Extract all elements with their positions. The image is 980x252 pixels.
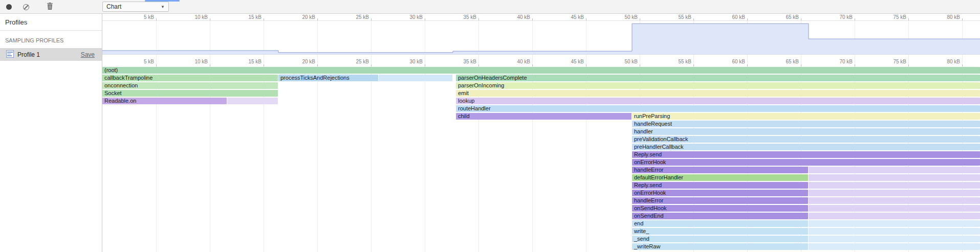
delete-profile-button[interactable] <box>43 1 56 13</box>
flame-bar-continuation[interactable] <box>809 228 980 235</box>
flame-bar-onerrorhook[interactable]: onErrorHook <box>632 190 808 196</box>
record-button[interactable] <box>2 1 15 13</box>
ruler-tick-label: 25 kB <box>339 59 369 64</box>
ruler-tick-mark <box>478 18 479 20</box>
ruler-tick-mark <box>210 18 210 20</box>
flame-bar-callbacktrampoline[interactable]: callbackTrampoline <box>102 75 278 81</box>
flame-bar-end[interactable]: end <box>632 220 808 227</box>
flame-bar-label: onconnection <box>104 82 138 88</box>
flame-bar-label: emit <box>458 90 469 96</box>
flame-bar-handleerror[interactable]: handleError <box>632 197 808 204</box>
flame-bar-continuation[interactable] <box>809 182 980 189</box>
flame-bar-handleerror[interactable]: handleError <box>632 167 808 173</box>
ruler-tick-label: 70 kB <box>823 14 853 20</box>
ruler-tick-label: 45 kB <box>554 59 584 64</box>
flame-bar-label: runPreParsing <box>634 113 670 119</box>
ruler-tick-label: 35 kB <box>447 14 476 20</box>
flame-bar-onsendhook[interactable]: onSendHook <box>632 205 808 212</box>
flame-bar-continuation[interactable] <box>809 167 980 173</box>
flame-bar-reply-send[interactable]: Reply.send <box>632 182 808 189</box>
flame-bar-defaulterrorhandler[interactable]: defaultErrorHandler <box>632 174 808 181</box>
ruler-tick-label: 15 kB <box>232 14 262 20</box>
profiles-panel-title: Profiles <box>0 14 102 31</box>
flame-bar-prevalidationcallback[interactable]: preValidationCallback <box>632 136 980 143</box>
trash-icon <box>47 3 53 11</box>
flame-bar-label: parserOnHeadersComplete <box>458 75 527 81</box>
flame-bar-continuation[interactable] <box>809 197 980 204</box>
ruler-tick-mark <box>801 18 801 20</box>
flame-bar-socket[interactable]: Socket <box>102 90 278 97</box>
flame-bar-continuation[interactable] <box>809 213 980 219</box>
flame-bar-label: callbackTrampoline <box>104 75 153 81</box>
flame-bar-onconnection[interactable]: onconnection <box>102 82 278 89</box>
flame-bar-label: onSendHook <box>634 205 667 211</box>
flame-bar-emit[interactable]: emit <box>456 90 980 97</box>
flame-bar-lookup[interactable]: lookup <box>456 98 980 104</box>
flame-bar-onerrorhook[interactable]: onErrorHook <box>632 159 980 166</box>
flame-bar-parseronheaderscomplete[interactable]: parserOnHeadersComplete <box>456 75 980 81</box>
flame-bar-continuation[interactable] <box>809 174 980 181</box>
flame-bar-reply-send[interactable]: Reply.send <box>632 151 980 158</box>
flame-bar-continuation[interactable] <box>809 190 980 196</box>
flame-bar-routehandler[interactable]: routeHandler <box>456 105 980 112</box>
flame-bar-write[interactable]: write_ <box>632 228 808 235</box>
flame-bar-onsendend[interactable]: onSendEnd <box>632 213 808 219</box>
flame-bar-continuation[interactable] <box>379 75 452 81</box>
flame-bar-writeraw[interactable]: _writeRaw <box>632 243 808 250</box>
flame-bar-continuation[interactable] <box>809 236 980 242</box>
flame-bar-continuation[interactable] <box>227 98 278 104</box>
ruler-tick-label: 10 kB <box>178 14 208 20</box>
flame-bar-label: defaultErrorHandler <box>634 174 683 180</box>
ruler-tick-label: 80 kB <box>930 59 960 64</box>
memory-overview[interactable] <box>102 21 980 54</box>
flame-bar-parseronincoming[interactable]: parserOnIncoming <box>456 82 980 89</box>
ruler-tick-mark <box>532 18 533 20</box>
ruler-tick-mark <box>156 18 157 20</box>
ruler-tick-label: 40 kB <box>500 14 530 20</box>
overview-ruler[interactable]: 5 kB10 kB15 kB20 kB25 kB30 kB35 kB40 kB4… <box>102 14 980 21</box>
flame-bar-handlerequest[interactable]: handleRequest <box>632 121 980 127</box>
flame-bar-label: handleError <box>634 167 663 173</box>
flame-bar-runpreparsing[interactable]: runPreParsing <box>632 113 980 120</box>
profile-item[interactable]: Profile 1 Save <box>0 48 102 61</box>
flame-bar-continuation[interactable] <box>809 205 980 212</box>
flame-bar-readable-on[interactable]: Readable.on <box>102 98 227 104</box>
flame-bar-label: handleRequest <box>634 121 672 127</box>
save-profile-link[interactable]: Save <box>81 51 95 58</box>
ruler-tick-mark <box>264 18 264 20</box>
ruler-tick-mark <box>962 18 963 20</box>
flame-bar-prehandlercallback[interactable]: preHandlerCallback <box>632 144 980 150</box>
profiler-toolbar: Chart ▼ <box>0 0 980 14</box>
flame-ruler[interactable]: 5 kB10 kB15 kB20 kB25 kB30 kB35 kB40 kB4… <box>102 54 980 66</box>
ruler-tick-label: 20 kB <box>286 59 315 64</box>
clear-button[interactable] <box>19 1 33 13</box>
ruler-tick-label: 70 kB <box>823 59 853 64</box>
ruler-tick-label: 60 kB <box>715 14 745 20</box>
ruler-tick-label: 55 kB <box>662 14 691 20</box>
ruler-tick-label: 15 kB <box>232 59 262 64</box>
memory-overview-chart[interactable] <box>102 21 980 54</box>
ruler-tick-label: 55 kB <box>662 59 691 64</box>
flame-bar-label: Readable.on <box>104 98 136 104</box>
flame-bar-label: end <box>634 220 643 226</box>
flame-bar-child[interactable]: child <box>456 113 631 120</box>
ruler-tick-mark <box>586 18 586 20</box>
flame-bar-label: Reply.send <box>634 151 662 157</box>
flame-bar-send[interactable]: _send <box>632 236 808 242</box>
ruler-tick-label: 35 kB <box>447 59 476 64</box>
flame-bar-continuation[interactable] <box>809 220 980 227</box>
ruler-tick-mark <box>747 18 748 20</box>
view-mode-select[interactable]: Chart ▼ <box>102 2 169 12</box>
flame-graph: (root)callbackTrampolineprocessTicksAndR… <box>102 66 980 252</box>
ruler-tick-label: 65 kB <box>769 14 799 20</box>
flame-bar-label: onErrorHook <box>634 159 666 165</box>
flame-bar-handler[interactable]: handler <box>632 128 980 135</box>
ruler-tick-mark <box>317 18 318 20</box>
ruler-tick-label: 50 kB <box>608 59 638 64</box>
ruler-tick-mark <box>640 18 640 20</box>
flame-bar-label: write_ <box>634 228 649 234</box>
flame-bar-processticksandrejections[interactable]: processTicksAndRejections <box>278 75 378 81</box>
flame-chart-area: 5 kB10 kB15 kB20 kB25 kB30 kB35 kB40 kB4… <box>102 14 980 252</box>
flame-bar-root[interactable]: (root) <box>102 67 980 74</box>
flame-bar-continuation[interactable] <box>809 243 980 250</box>
